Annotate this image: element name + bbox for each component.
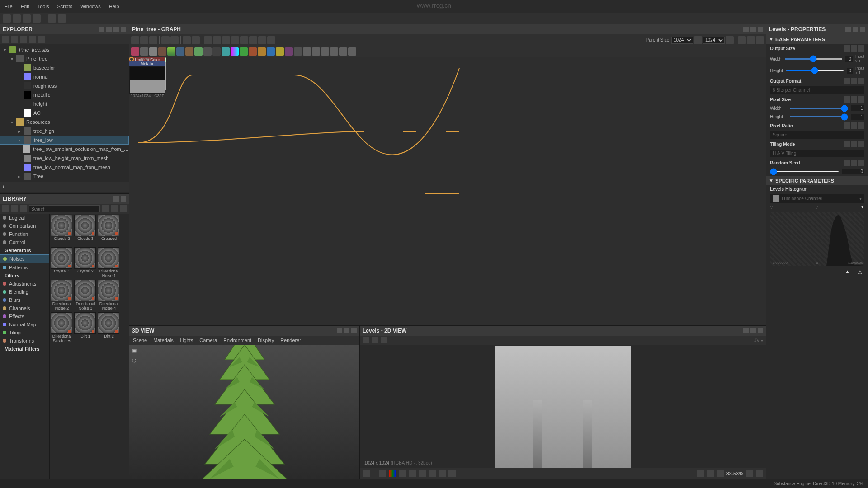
reset-icon[interactable]	[851, 78, 857, 84]
atomic-shuffle-icon[interactable]	[203, 47, 212, 56]
info-icon[interactable]	[419, 470, 426, 477]
disk-icon[interactable]	[372, 337, 378, 343]
tree-item[interactable]: AO	[0, 108, 129, 117]
tree-item[interactable]: ▸Tree	[0, 172, 129, 181]
pixel-height-slider[interactable]	[790, 116, 848, 117]
wrench-icon[interactable]	[258, 36, 266, 44]
library-item[interactable]: Dirt 2	[98, 312, 120, 344]
pin-icon[interactable]	[99, 27, 104, 32]
info-icon[interactable]: i	[3, 184, 4, 189]
save-icon[interactable]	[2, 36, 9, 43]
reset-icon[interactable]	[851, 96, 857, 103]
random-seed-value[interactable]: 0	[842, 169, 864, 174]
undo-icon[interactable]	[48, 14, 56, 23]
menu-environment[interactable]: Environment	[223, 338, 251, 343]
layers-icon[interactable]	[363, 470, 370, 477]
grid-icon[interactable]	[120, 205, 127, 212]
width-slider[interactable]	[784, 58, 843, 60]
view-mode-icon[interactable]	[111, 205, 118, 212]
link-size-icon[interactable]	[694, 36, 702, 44]
select-icon[interactable]	[131, 36, 139, 44]
tree-item[interactable]: metallic	[0, 90, 129, 99]
atomic-warp-icon[interactable]	[158, 47, 166, 56]
ruler-icon[interactable]	[409, 470, 416, 477]
atomic-normal-icon[interactable]	[194, 47, 203, 56]
zoom-reset-icon[interactable]	[717, 470, 724, 477]
tree-item[interactable]: tree_low_height_map_from_mesh	[0, 154, 129, 163]
atomic-bitmap-icon[interactable]	[276, 47, 284, 56]
library-item[interactable]: Crystal 1	[51, 247, 73, 279]
menu-windows[interactable]: Windows	[80, 4, 101, 9]
pin-icon[interactable]	[845, 27, 851, 32]
tree-item[interactable]: tree_low_ambient_occlusion_map_from_me..…	[0, 145, 129, 154]
menu-help[interactable]: Help	[109, 4, 119, 9]
graph-icon[interactable]	[231, 36, 239, 44]
close-icon[interactable]	[121, 27, 126, 32]
reset-icon[interactable]	[851, 160, 857, 166]
library-item[interactable]: Clouds 3	[74, 215, 97, 246]
redo-icon[interactable]	[58, 14, 66, 23]
library-category[interactable]: Blending	[0, 288, 49, 296]
eye-icon[interactable]	[161, 36, 170, 44]
close-icon[interactable]	[121, 196, 126, 202]
save-icon[interactable]	[363, 337, 369, 343]
import-icon[interactable]	[29, 36, 36, 43]
close-icon[interactable]	[860, 27, 865, 32]
publish-icon[interactable]	[38, 36, 45, 43]
menu-materials[interactable]: Materials	[153, 338, 174, 343]
library-category[interactable]: Transforms	[0, 337, 49, 345]
align-icon[interactable]	[192, 36, 200, 44]
atomic-blend-icon[interactable]	[140, 47, 148, 56]
chevron-icon[interactable]: ▸	[18, 174, 24, 179]
atomic-pin-icon[interactable]	[339, 47, 347, 56]
spacer-icon[interactable]	[738, 36, 746, 44]
library-category[interactable]: Adjustments	[0, 280, 49, 288]
settings-icon[interactable]	[756, 36, 764, 44]
library-category[interactable]: Logical	[0, 214, 49, 222]
menu-renderer[interactable]: Renderer	[280, 338, 301, 343]
tiling-value[interactable]: H & V Tiling	[770, 150, 864, 157]
library-item[interactable]: Clouds 2	[51, 215, 73, 246]
tree-root[interactable]: ▾ Pine_tree.sbs	[0, 45, 129, 54]
library-category[interactable]: Noises	[0, 254, 49, 263]
reset-icon[interactable]	[851, 122, 857, 129]
cut-icon[interactable]	[249, 36, 257, 44]
reset-icon[interactable]	[726, 36, 734, 44]
lock-icon[interactable]	[756, 470, 763, 477]
atomic-gradient-icon[interactable]	[167, 47, 175, 56]
view2d-canvas[interactable]: 1024 x 1024 (RGBA HDR, 32bpc)	[360, 345, 766, 468]
maximize-icon[interactable]	[113, 196, 119, 202]
chevron-icon[interactable]: ▾	[11, 120, 16, 125]
close-icon[interactable]	[758, 328, 763, 333]
frame-icon[interactable]	[267, 36, 275, 44]
maximize-icon[interactable]	[106, 27, 112, 32]
expose-icon[interactable]	[858, 78, 864, 84]
copy-icon[interactable]	[381, 337, 387, 343]
filter-icon[interactable]	[2, 205, 9, 212]
save-icon[interactable]	[33, 14, 41, 23]
palette-icon[interactable]	[213, 36, 221, 44]
gear-icon[interactable]	[746, 470, 753, 477]
pixel-width-value[interactable]: 1	[851, 105, 864, 111]
reset-icon[interactable]	[851, 141, 857, 147]
refresh-icon[interactable]	[11, 36, 18, 43]
chevron-down-icon[interactable]: ▾	[4, 47, 9, 52]
levels-histogram[interactable]: -1.000000 0 1.000000	[770, 212, 864, 266]
maximize-icon[interactable]	[750, 27, 756, 32]
new-icon[interactable]	[13, 14, 21, 23]
close-icon[interactable]	[758, 27, 763, 32]
library-category[interactable]: Channels	[0, 304, 49, 312]
tree-item[interactable]: roughness	[0, 81, 129, 90]
atomic-distance-icon[interactable]	[294, 47, 302, 56]
port[interactable]	[129, 57, 134, 61]
atomic-curve-icon[interactable]	[185, 47, 193, 56]
tree-item[interactable]: ▸tree_low	[0, 136, 129, 145]
zoom-icon[interactable]	[170, 36, 179, 44]
maximize-icon[interactable]	[344, 328, 349, 333]
atomic-input-icon[interactable]	[303, 47, 311, 56]
inherit-icon[interactable]	[844, 96, 850, 103]
library-item[interactable]: Directional Noise 4	[98, 280, 120, 311]
fit-icon[interactable]	[140, 36, 148, 44]
library-item[interactable]: Creased	[98, 215, 120, 246]
reset-icon[interactable]	[851, 45, 857, 52]
